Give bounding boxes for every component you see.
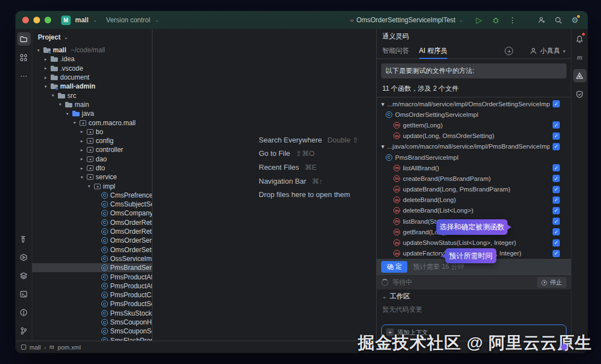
chevron-collapsed-icon[interactable]: ▸ [43,75,48,80]
tree-row[interactable]: CCmsPrefrenceAreaSe [32,191,152,200]
tree-row[interactable]: ▾impl [32,181,152,190]
chevron-collapsed-icon[interactable]: ▸ [79,156,85,161]
chevron-expanded-icon[interactable]: ▾ [381,100,385,108]
more-tool-windows-button[interactable]: ⋯ [17,69,31,82]
terminal-tool-button[interactable] [17,287,31,301]
checkbox-checked[interactable]: ✓ [553,196,560,204]
file-row[interactable]: ▾...m/macro/mall/service/impl/OmsOrderSe… [377,99,571,109]
structure-tool-button[interactable] [17,51,31,64]
lingma-tool-button[interactable] [573,69,587,82]
tree-row[interactable]: COmsOrderServiceIn [32,236,152,245]
method-row[interactable]: mgetItem(Long)✓ [377,120,571,130]
search-icon[interactable] [552,14,564,26]
method-row[interactable]: mlistAllBrand()✓ [377,163,571,173]
dependency-shield-button[interactable] [573,87,587,101]
debug-button[interactable] [490,14,502,26]
project-tool-button[interactable] [17,32,31,46]
tree-row[interactable]: ▸.vscode [32,64,152,73]
tree-row[interactable]: ▸controller [32,145,152,154]
tree-row[interactable]: CSmsFlashPromotion [32,336,152,341]
tree-row[interactable]: CSmsCouponService [32,327,152,336]
tree-row[interactable]: CPmsBrandServiceIm [32,263,152,272]
checkbox-checked[interactable]: ✓ [553,239,560,247]
tree-row[interactable]: CPmsProductService [32,299,152,308]
method-row[interactable]: mdeleteBrand(List<Long>)✓ [377,205,571,216]
checkbox-checked[interactable]: ✓ [553,186,560,193]
tab-ai-programmer[interactable]: AI 程序员 [419,43,447,58]
project-panel-header[interactable]: Project ⌄ [32,29,152,46]
chevron-expanded-icon[interactable]: ▾ [65,111,70,116]
chevron-collapsed-icon[interactable]: ▸ [79,147,85,153]
run-configuration-selector[interactable]: ‹› OmsOrderSettingServiceImplTest ⌄ [350,16,463,24]
notifications-bell-button[interactable] [573,32,587,46]
confirm-button[interactable]: 确 定 [381,261,407,273]
method-row[interactable]: mupdate(Long, OmsOrderSetting)✓ [377,131,571,141]
tab-smart-qa[interactable]: 智能问答 [382,43,409,58]
tree-row[interactable]: ▾java [32,109,152,118]
chevron-collapsed-icon[interactable]: ▸ [43,57,48,62]
new-session-button[interactable]: + [505,47,513,55]
tree-row[interactable]: ▾main [32,100,152,109]
tree-row[interactable]: CPmsProductAttribut [32,282,152,291]
chevron-expanded-icon[interactable]: ▾ [86,184,92,189]
tree-row[interactable]: COssServiceImpl [32,254,152,263]
statusbar-project[interactable]: mall [29,344,41,351]
checkbox-checked[interactable]: ✓ [553,175,560,182]
method-row[interactable]: mupdateBrand(Long, PmsBrandParam)✓ [377,184,571,195]
class-row[interactable]: COmsOrderSettingServiceImpl [377,109,571,120]
tree-row[interactable]: ▸document [32,73,152,82]
chevron-expanded-icon[interactable]: ▾ [50,93,56,98]
chevron-expanded-icon[interactable]: ▾ [36,48,41,53]
tree-row[interactable]: ▾src [32,91,152,100]
tree-row[interactable]: COmsOrderReturnRe [32,227,152,236]
tree-row[interactable]: ▸dao [32,155,152,164]
git-branch-tool-button[interactable] [17,324,31,337]
services-tool-button[interactable] [17,250,31,264]
chevron-expanded-icon[interactable]: ▾ [79,175,85,180]
tree-row[interactable]: COmsOrderReturnAp [32,218,152,227]
checkbox-checked[interactable]: ✓ [553,121,560,129]
tree-row[interactable]: ▾mall-admin [32,82,152,91]
tree-row[interactable]: COmsCompanyAddre [32,209,152,218]
chevron-collapsed-icon[interactable]: ▸ [79,139,85,144]
checkbox-checked[interactable]: ✓ [553,228,560,235]
checkbox-checked[interactable]: ✓ [553,207,560,214]
settings-gear-icon[interactable]: ⚙ [569,14,581,26]
tree-row[interactable]: ▸bo [32,127,152,136]
tree-row[interactable]: CPmsProductCatego [32,291,152,299]
maven-tool-button[interactable]: m [573,51,587,64]
chevron-expanded-icon[interactable]: ▾ [381,142,385,150]
chevron-expanded-icon[interactable]: ▾ [43,84,48,89]
tree-row[interactable]: CSmsCouponHistory [32,318,152,327]
problems-tool-button[interactable] [17,306,31,319]
chevron-expanded-icon[interactable]: ▾ [72,120,77,125]
statusbar-file[interactable]: pom.xml [58,344,81,351]
checkbox-checked[interactable]: ✓ [553,100,560,107]
method-row[interactable]: mdeleteBrand(Long)✓ [377,195,571,205]
minimize-button[interactable] [33,17,40,23]
checkbox-checked[interactable]: ✓ [553,164,560,171]
tree-row[interactable]: ▾mall~/code/mall [32,46,152,55]
chevron-collapsed-icon[interactable]: ▸ [79,129,85,134]
run-button[interactable]: ▷ [473,14,485,26]
chevron-expanded-icon[interactable]: ▾ [57,102,63,107]
file-row[interactable]: ▾...java/com/macro/mall/service/impl/Pms… [377,141,571,152]
version-control-menu[interactable]: Version control [106,16,150,24]
tree-row[interactable]: ▾service [32,173,152,181]
checkbox-checked[interactable]: ✓ [553,143,560,150]
zoom-button[interactable] [45,17,51,23]
checkbox-checked[interactable]: ✓ [553,250,560,257]
tree-row[interactable]: CPmsProductAttribut [32,272,152,281]
tree-row[interactable]: CCmsSubjectService [32,200,152,209]
tree-row[interactable]: ▾com.macro.mall [32,118,152,127]
user-account-menu[interactable]: 小真真 ▾ [530,46,565,56]
stop-button[interactable]: 停止 [537,277,566,288]
checkbox-checked[interactable]: ✓ [553,132,560,140]
build-tool-button[interactable] [17,232,31,245]
tree-row[interactable]: COmsOrderSettingSe [32,245,152,254]
class-row[interactable]: CPmsBrandServiceImpl [377,152,571,163]
tree-row[interactable]: ▸.idea [32,55,152,63]
chevron-collapsed-icon[interactable]: ▸ [43,66,48,71]
more-actions-button[interactable]: ⋮ [506,14,519,26]
tree-row[interactable]: CPmsSkuStockServic [32,309,152,318]
